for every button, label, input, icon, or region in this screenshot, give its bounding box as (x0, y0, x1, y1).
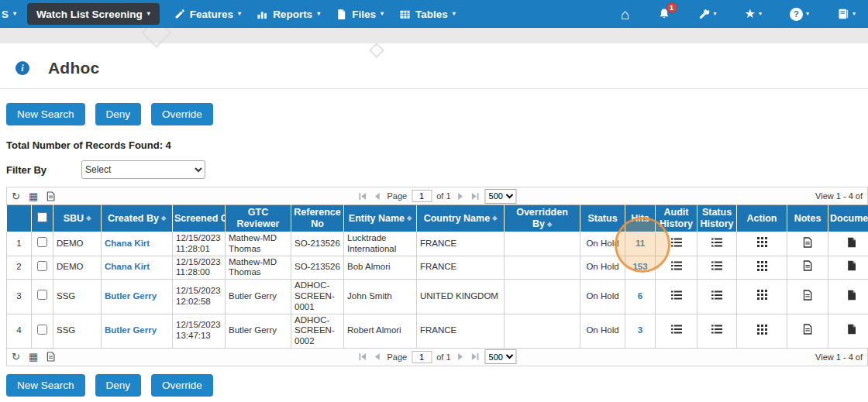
action-grid-icon[interactable] (757, 261, 767, 271)
wrench-icon (698, 8, 711, 20)
created-by-link[interactable]: Chana Kirt (105, 262, 150, 271)
page-size-select[interactable]: 500 (485, 189, 517, 204)
status-history-icon[interactable] (711, 325, 722, 334)
audit-history-cell (656, 256, 698, 280)
document-icon[interactable] (847, 290, 856, 301)
info-icon[interactable]: i (16, 61, 29, 75)
nav-item-tables[interactable]: Tables ▾ (391, 0, 463, 28)
prev-page-button[interactable] (372, 352, 382, 361)
created-by-link[interactable]: Chana Kirt (105, 239, 150, 248)
refresh-icon[interactable]: ↻ (12, 352, 20, 362)
status-history-cell (698, 314, 737, 348)
col-header-audit-history: Audit History (656, 205, 698, 232)
status-history-icon[interactable] (711, 290, 722, 300)
col-header-gtc-reviewer[interactable]: GTC Reviewer (226, 205, 291, 232)
audit-history-icon[interactable] (671, 325, 682, 334)
columns-icon[interactable]: ▦ (29, 191, 38, 201)
help-menu[interactable]: ? ▾ (790, 0, 809, 28)
view-info: View 1 - 4 of (815, 352, 863, 362)
col-header-created-by[interactable]: Created By◆ (102, 205, 173, 232)
toolbar-icons: ↻ ▦ (12, 191, 55, 201)
col-header-screened-on[interactable]: Screened On◆ (173, 205, 226, 232)
last-page-button[interactable] (470, 352, 480, 361)
refresh-icon[interactable]: ↻ (12, 191, 20, 201)
first-page-button[interactable] (357, 352, 367, 361)
col-header-overridden-by[interactable]: Overridden By◆ (505, 205, 580, 232)
export-icon[interactable] (46, 191, 55, 201)
tools-menu[interactable]: ▾ (698, 0, 717, 28)
nav-region-menu[interactable]: S ▾ (0, 0, 21, 28)
help-icon: ? (790, 8, 803, 21)
audit-history-cell (656, 232, 698, 256)
nav-item-label: Watch List Screening (36, 9, 143, 20)
col-header-status-history: Status History (698, 205, 737, 232)
last-page-button[interactable] (470, 192, 480, 201)
row-checkbox[interactable] (37, 261, 47, 271)
row-checkbox[interactable] (37, 237, 47, 247)
nav-item-watch-list-screening[interactable]: Watch List Screening ▾ (27, 3, 160, 25)
audit-history-icon[interactable] (671, 238, 682, 247)
row-checkbox[interactable] (37, 325, 47, 335)
created-by-link[interactable]: Butler Gerry (105, 325, 157, 335)
notes-icon[interactable] (803, 260, 812, 271)
col-header-country-name[interactable]: Country Name◆ (417, 205, 505, 232)
notes-icon[interactable] (803, 290, 812, 301)
audit-history-icon[interactable] (671, 261, 682, 270)
new-search-button[interactable]: New Search (6, 103, 85, 125)
action-cell (737, 232, 787, 256)
status-cell: On Hold (580, 314, 625, 348)
page-input[interactable] (412, 351, 432, 363)
action-grid-icon[interactable] (757, 290, 767, 300)
hits-link[interactable]: 3 (638, 325, 642, 335)
action-grid-icon[interactable] (757, 237, 767, 247)
next-page-button[interactable] (456, 352, 466, 361)
home-button[interactable]: ⌂ (621, 0, 629, 28)
override-button[interactable]: Override (151, 374, 213, 397)
favorites-menu[interactable]: ★ ▾ (745, 0, 762, 28)
created-by-link[interactable]: Butler Gerry (105, 291, 157, 301)
row-number-header (7, 205, 32, 232)
main-content: i Adhoc New Search Deny Override Total N… (0, 43, 868, 397)
row-checkbox[interactable] (37, 290, 47, 300)
status-cell: On Hold (580, 232, 625, 256)
hits-link[interactable]: 6 (638, 291, 642, 301)
override-button[interactable]: Override (151, 103, 213, 125)
status-history-cell (698, 232, 737, 256)
audit-history-icon[interactable] (671, 290, 682, 300)
gtc-reviewer-cell: Butler Gerry (226, 280, 291, 314)
deny-button[interactable]: Deny (95, 103, 142, 125)
deny-button[interactable]: Deny (95, 374, 142, 397)
nav-item-reports[interactable]: Reports ▾ (249, 0, 328, 28)
document-icon[interactable] (847, 324, 856, 335)
nav-item-features[interactable]: Features ▾ (166, 0, 249, 28)
gtc-reviewer-cell: Mathew-MD Thomas (226, 256, 291, 280)
documents-cell (828, 314, 868, 348)
columns-icon[interactable]: ▦ (29, 352, 38, 362)
document-icon[interactable] (847, 260, 856, 271)
filter-select[interactable]: Select (81, 160, 205, 179)
document-icon[interactable] (847, 237, 856, 248)
select-all-checkbox[interactable] (37, 212, 47, 222)
page-size-select[interactable]: 500 (485, 349, 517, 364)
notes-icon[interactable] (803, 324, 812, 335)
notifications-button[interactable]: 1 (658, 0, 670, 28)
col-header-sbu[interactable]: SBU◆ (53, 205, 102, 232)
hits-link[interactable]: 11 (636, 239, 645, 248)
page-input[interactable] (412, 190, 432, 202)
nav-item-files[interactable]: Files ▾ (328, 0, 391, 28)
hits-link[interactable]: 153 (632, 262, 647, 271)
col-header-entity-name[interactable]: Entity Name◆ (344, 205, 417, 232)
notes-icon[interactable] (803, 237, 812, 248)
status-history-icon[interactable] (711, 261, 722, 270)
col-header-reference-no[interactable]: Reference No (291, 205, 344, 232)
first-page-button[interactable] (357, 192, 367, 201)
action-grid-icon[interactable] (757, 325, 767, 335)
new-search-button[interactable]: New Search (6, 374, 85, 397)
reference-no-cell: SO-213526 (291, 256, 344, 280)
prev-page-button[interactable] (372, 192, 382, 201)
export-icon[interactable] (46, 352, 55, 362)
library-menu[interactable]: ▾ (837, 0, 856, 28)
status-history-icon[interactable] (711, 238, 722, 247)
sbu-cell: DEMO (53, 256, 102, 280)
next-page-button[interactable] (456, 192, 466, 201)
